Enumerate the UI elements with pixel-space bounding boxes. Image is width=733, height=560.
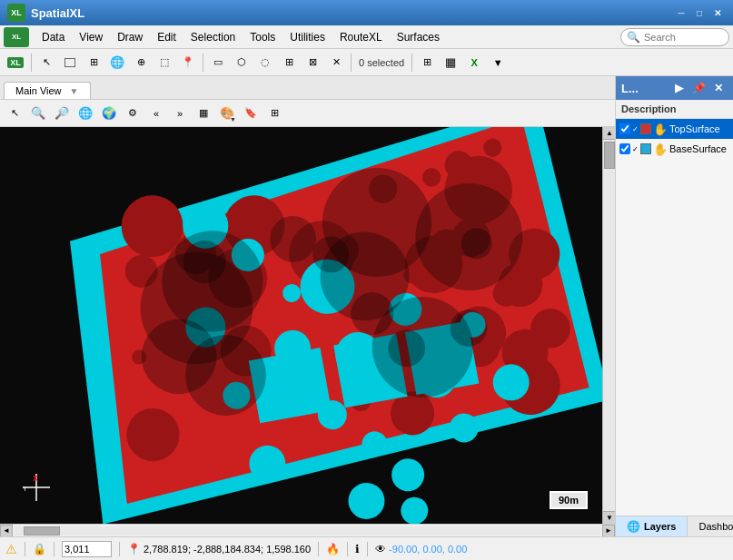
scroll-down-btn[interactable]: ▼ [603, 511, 615, 524]
maximize-button[interactable]: □ [691, 5, 708, 21]
coords-icon: 📍 [127, 543, 141, 555]
tab-dashboard[interactable]: Dashboa... [688, 516, 733, 536]
vertical-scrollbar[interactable]: ▲ ▼ [602, 127, 615, 524]
vt-expand[interactable]: ⊞ [263, 103, 285, 124]
tb-more[interactable]: ▼ [487, 52, 509, 74]
tb-table[interactable]: ⊞ [416, 52, 438, 74]
search-input[interactable] [644, 32, 726, 43]
bookmark-icon: 🔖 [244, 107, 257, 119]
tb-grid[interactable]: ▦ [440, 52, 461, 74]
cancel-select-icon: ✕ [332, 56, 341, 68]
horizontal-scrollbar[interactable]: ◄ ► [0, 524, 615, 536]
lasso-icon: ◌ [261, 56, 270, 68]
sep2 [203, 54, 203, 72]
vt-layers-btn[interactable]: 🎨 ▼ [216, 103, 238, 124]
map-view[interactable]: 90m X Y ▲ ▼ [0, 127, 615, 524]
vt-grid[interactable]: ▦ [193, 103, 214, 124]
layer-item-topsurface[interactable]: ✓ ✋ TopSurface [616, 119, 733, 139]
menu-view[interactable]: View [72, 27, 110, 47]
poly-icon: ⬡ [237, 56, 246, 68]
arrow-icon: ↖ [43, 56, 51, 68]
tb-logo[interactable]: XL [4, 52, 27, 74]
globe-icon: 🌐 [110, 55, 124, 69]
menu-data[interactable]: Data [35, 27, 72, 47]
tb-select2[interactable]: ⬚ [154, 52, 175, 74]
svg-text:X: X [33, 474, 38, 483]
tb-pin[interactable]: 📍 [177, 52, 199, 74]
tb-deselect[interactable]: ⊠ [302, 52, 323, 74]
menu-surfaces[interactable]: Surfaces [390, 27, 447, 47]
menu-tools[interactable]: Tools [243, 27, 282, 47]
tab-main-view[interactable]: Main View ▼ [4, 82, 91, 99]
vt-globe-icon: 🌐 [78, 106, 93, 120]
forward-icon: » [177, 108, 183, 119]
tb-excel[interactable]: X [463, 52, 485, 74]
tb-select3[interactable]: ⊞ [278, 52, 300, 74]
scroll-left-btn[interactable]: ◄ [0, 525, 13, 537]
tb-target[interactable]: ⊕ [130, 52, 152, 74]
tb-select-box[interactable] [59, 52, 81, 74]
tb-globe[interactable]: 🌐 [106, 52, 128, 74]
app-title: SpatialXL [31, 6, 84, 20]
tab-layers[interactable]: 🌐 Layers [616, 516, 688, 536]
panel-play-btn[interactable]: ▶ [669, 79, 688, 97]
selected-count-label: 0 selected [355, 57, 408, 68]
panel-pin-btn[interactable]: 📌 [689, 79, 708, 97]
layer-item-basesurface[interactable]: ✓ ✋ BaseSurface [616, 139, 733, 159]
status-sep2 [54, 542, 54, 556]
vt-globe2-icon: 🌍 [102, 106, 116, 120]
tb-cancel-select[interactable]: ✕ [325, 52, 347, 74]
scroll-right-btn[interactable]: ► [602, 525, 615, 537]
layers-tab-icon: 🌐 [627, 520, 640, 533]
layer-color-basesurface [640, 143, 651, 154]
scroll-thumb-h[interactable] [24, 526, 60, 535]
scroll-thumb-v[interactable] [604, 142, 615, 169]
vt-globe[interactable]: 🌐 [74, 103, 96, 124]
more-icon: ▼ [493, 57, 503, 68]
vt-back[interactable]: « [145, 103, 167, 124]
minimize-button[interactable]: ─ [673, 5, 689, 21]
menu-logo: XL [4, 27, 29, 47]
tb-lasso[interactable]: ◌ [254, 52, 276, 74]
tb-select-arrow[interactable]: ↖ [35, 52, 57, 74]
search-box[interactable]: 🔍 [620, 28, 729, 46]
vt-cursor[interactable]: ↖ [4, 103, 25, 124]
main-toolbar: XL ↖ ⊞ 🌐 ⊕ ⬚ 📍 ▭ ⬡ ◌ [0, 49, 733, 76]
vt-settings[interactable]: ⚙ [122, 103, 144, 124]
tb-rect-select[interactable]: ▭ [207, 52, 229, 74]
tab-close-icon[interactable]: ▼ [70, 86, 79, 96]
panel-close-btn[interactable]: ✕ [709, 79, 728, 97]
layer-cb-topsurface[interactable] [619, 123, 630, 134]
vt-zoom-out[interactable]: 🔎 [51, 103, 73, 124]
map-canvas [0, 127, 602, 524]
count-input[interactable] [62, 541, 112, 557]
layers-tab-label: Layers [644, 521, 676, 532]
target-icon: ⊕ [137, 56, 145, 68]
menu-draw[interactable]: Draw [110, 27, 150, 47]
settings-icon: ⚙ [128, 107, 137, 119]
content-area: Main View ▼ ↖ 🔍 🔎 🌐 🌍 [0, 76, 733, 536]
layer-cb-basesurface[interactable] [619, 143, 630, 154]
eye-icon: 👁 [375, 543, 386, 555]
status-lock: 🔒 [33, 543, 46, 555]
menu-utilities[interactable]: Utilities [282, 27, 332, 47]
vt-bookmark[interactable]: 🔖 [240, 103, 262, 124]
vt-forward[interactable]: » [169, 103, 191, 124]
vt-zoom-in[interactable]: 🔍 [27, 103, 49, 124]
compass: X Y [18, 469, 54, 506]
scroll-track-v [603, 140, 615, 511]
titlebar: XL SpatialXL ─ □ ✕ [0, 0, 733, 25]
expand-icon: ⊞ [271, 107, 279, 119]
side-panel: L... ▶ 📌 ✕ Description ✓ ✋ TopSurface [615, 76, 733, 536]
tb-poly-select[interactable]: ⬡ [231, 52, 253, 74]
tb-layers-icon[interactable]: ⊞ [83, 52, 104, 74]
layer-symbol-topsurface: ✋ [653, 123, 668, 136]
vt-globe2[interactable]: 🌍 [98, 103, 120, 124]
menubar: XL Data View Draw Edit Selection Tools U… [0, 25, 733, 49]
menu-edit[interactable]: Edit [150, 27, 183, 47]
menu-selection[interactable]: Selection [183, 27, 243, 47]
menu-routexl[interactable]: RouteXL [332, 27, 390, 47]
scroll-up-btn[interactable]: ▲ [603, 127, 615, 140]
layers-stack-icon: ⊞ [90, 56, 98, 68]
close-button[interactable]: ✕ [709, 5, 726, 21]
